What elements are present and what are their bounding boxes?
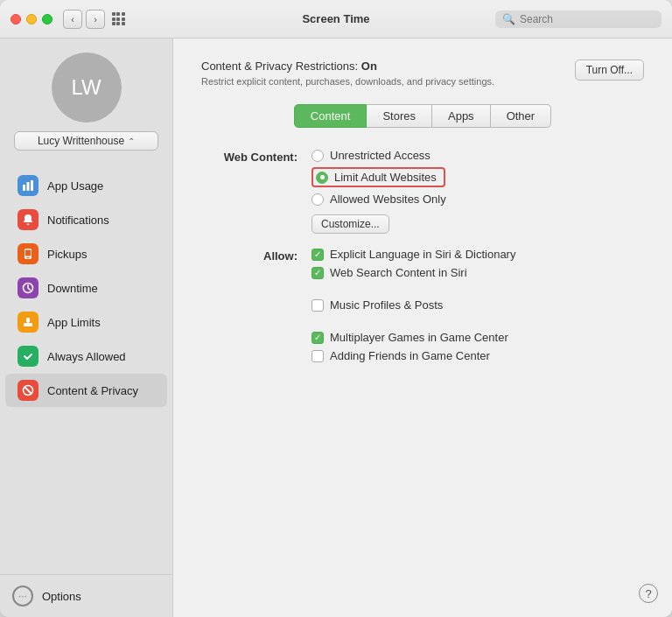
header-text-block: Content & Privacy Restrictions: On Restr… — [201, 60, 494, 87]
user-selector[interactable]: Lucy Writtenhouse ⌃ — [14, 131, 158, 151]
sidebar-label: App Limits — [47, 316, 101, 329]
app-limits-icon — [18, 312, 38, 333]
checkbox-adding-friends-box — [312, 350, 324, 362]
nav-buttons: ‹ › — [63, 10, 105, 29]
options-icon: ··· — [12, 585, 33, 606]
sidebar-item-app-usage[interactable]: App Usage — [5, 169, 167, 202]
tabs-bar: Content Stores Apps Other — [201, 104, 644, 128]
content-title: Content & Privacy Restrictions: On — [201, 60, 494, 73]
allow-section: Allow: ✓ Explicit Language in Siri & Dic… — [201, 248, 644, 362]
sidebar-label: Notifications — [47, 214, 109, 227]
search-icon: 🔍 — [502, 13, 515, 25]
svg-rect-9 — [27, 321, 29, 324]
svg-line-11 — [24, 387, 32, 394]
customize-button[interactable]: Customize... — [312, 214, 389, 234]
turn-off-button[interactable]: Turn Off... — [575, 60, 644, 81]
tab-content[interactable]: Content — [294, 104, 368, 128]
radio-unrestricted-circle — [312, 150, 324, 162]
main-layout: LW Lucy Writtenhouse ⌃ App — [0, 39, 672, 617]
radio-allowed-only-label: Allowed Websites Only — [330, 193, 446, 206]
search-box[interactable]: 🔍 — [495, 11, 662, 28]
checkbox-multiplayer-games-box: ✓ — [312, 332, 324, 344]
minimize-button[interactable] — [26, 14, 37, 25]
content-area: Content & Privacy Restrictions: On Restr… — [173, 39, 672, 617]
svg-rect-2 — [31, 180, 33, 191]
sidebar-label: Always Allowed — [47, 350, 126, 363]
sidebar-item-notifications[interactable]: Notifications — [5, 203, 167, 236]
tab-apps[interactable]: Apps — [432, 104, 491, 128]
svg-rect-0 — [23, 185, 25, 191]
grid-button[interactable] — [108, 10, 128, 29]
checkbox-music-profiles-box — [312, 299, 324, 312]
checkbox-explicit-language-box: ✓ — [312, 249, 324, 261]
titlebar: ‹ › Screen Time 🔍 — [0, 0, 672, 39]
user-name: Lucy Writtenhouse — [38, 135, 124, 147]
checkbox-explicit-language[interactable]: ✓ Explicit Language in Siri & Dictionary — [312, 248, 644, 261]
main-window: ‹ › Screen Time 🔍 LW Lucy Writtenhou — [0, 0, 672, 617]
allow-items: ✓ Explicit Language in Siri & Dictionary… — [312, 248, 644, 362]
avatar-section: LW Lucy Writtenhouse ⌃ — [0, 53, 172, 165]
checkbox-explicit-language-label: Explicit Language in Siri & Dictionary — [330, 248, 515, 261]
radio-allowed-only-circle — [312, 193, 324, 206]
sidebar-nav: App Usage Notifications — [0, 165, 172, 574]
close-button[interactable] — [10, 14, 21, 25]
notifications-icon — [18, 209, 38, 230]
radio-unrestricted-label: Unrestricted Access — [330, 149, 430, 162]
svg-rect-4 — [25, 250, 31, 256]
content-privacy-icon — [18, 380, 38, 401]
svg-rect-5 — [27, 257, 30, 258]
back-button[interactable]: ‹ — [63, 10, 82, 29]
sidebar-item-downtime[interactable]: Downtime — [5, 271, 167, 305]
allow-label: Allow: — [201, 248, 298, 362]
pickups-icon — [18, 243, 38, 264]
sidebar: LW Lucy Writtenhouse ⌃ App — [0, 39, 173, 617]
sidebar-item-pickups[interactable]: Pickups — [5, 237, 167, 270]
help-button[interactable]: ? — [639, 584, 658, 603]
sidebar-label: Content & Privacy — [47, 384, 138, 397]
grid-icon — [112, 12, 125, 25]
search-input[interactable] — [520, 13, 654, 25]
checkbox-web-search[interactable]: ✓ Web Search Content in Siri — [312, 266, 644, 279]
sidebar-footer-options[interactable]: ··· Options — [0, 574, 172, 617]
svg-rect-1 — [27, 182, 30, 191]
downtime-icon — [18, 277, 38, 298]
window-title: Screen Time — [302, 12, 369, 25]
content-subtitle: Restrict explicit content, purchases, do… — [201, 76, 494, 87]
checkbox-multiplayer-games-label: Multiplayer Games in Game Center — [330, 331, 508, 344]
web-content-options: Unrestricted Access Limit Adult Websites… — [312, 149, 644, 234]
web-content-section: Web Content: Unrestricted Access Limit A… — [201, 149, 644, 234]
radio-limit-adult-circle — [316, 172, 328, 184]
checkbox-multiplayer-games[interactable]: ✓ Multiplayer Games in Game Center — [312, 331, 644, 344]
sidebar-item-always-allowed[interactable]: Always Allowed — [5, 340, 167, 373]
tab-other[interactable]: Other — [491, 104, 552, 128]
sidebar-item-content-privacy[interactable]: Content & Privacy — [5, 374, 167, 407]
sidebar-item-app-limits[interactable]: App Limits — [5, 305, 167, 339]
sidebar-label: Downtime — [47, 282, 98, 295]
traffic-lights — [10, 14, 52, 25]
options-label: Options — [42, 590, 81, 603]
checkbox-web-search-label: Web Search Content in Siri — [330, 266, 467, 279]
radio-unrestricted[interactable]: Unrestricted Access — [312, 149, 644, 162]
chevron-icon: ⌃ — [128, 137, 135, 146]
web-content-label: Web Content: — [201, 149, 298, 234]
checkbox-adding-friends-label: Adding Friends in Game Center — [330, 349, 490, 362]
sidebar-label: Pickups — [47, 248, 88, 261]
avatar: LW — [52, 53, 122, 123]
checkbox-web-search-box: ✓ — [312, 267, 324, 279]
maximize-button[interactable] — [42, 14, 52, 25]
forward-button[interactable]: › — [86, 10, 105, 29]
checkbox-music-profiles-label: Music Profiles & Posts — [330, 298, 443, 312]
radio-allowed-only[interactable]: Allowed Websites Only — [312, 193, 644, 206]
radio-limit-adult-label: Limit Adult Websites — [334, 171, 437, 184]
radio-limit-adult[interactable]: Limit Adult Websites — [312, 167, 445, 187]
tab-stores[interactable]: Stores — [367, 104, 432, 128]
sidebar-label: App Usage — [47, 179, 103, 193]
checkbox-adding-friends[interactable]: Adding Friends in Game Center — [312, 349, 644, 362]
always-allowed-icon — [18, 346, 38, 367]
app-usage-icon — [18, 175, 38, 196]
checkbox-music-profiles[interactable]: Music Profiles & Posts — [312, 298, 644, 312]
content-header: Content & Privacy Restrictions: On Restr… — [201, 60, 644, 87]
